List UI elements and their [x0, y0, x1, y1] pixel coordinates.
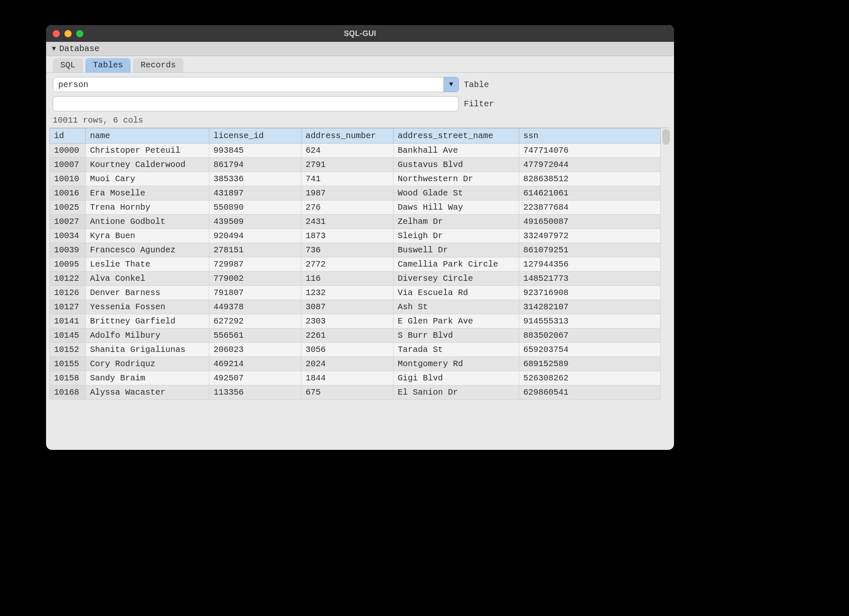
tab-tables[interactable]: Tables — [85, 58, 131, 72]
cell-id[interactable]: 10039 — [50, 243, 86, 257]
cell-id[interactable]: 10010 — [50, 172, 86, 186]
cell-address_street_name[interactable]: Gustavus Blvd — [394, 158, 519, 172]
cell-name[interactable]: Alyssa Wacaster — [86, 385, 209, 400]
disclosure-triangle-icon[interactable]: ▼ — [52, 46, 56, 52]
table-row[interactable]: 10158Sandy Braim4925071844Gigi Blvd52630… — [50, 371, 661, 385]
cell-name[interactable]: Sandy Braim — [86, 371, 209, 385]
cell-address_number[interactable]: 3056 — [301, 343, 394, 357]
table-row[interactable]: 10039Francesco Agundez278151736Buswell D… — [50, 243, 661, 257]
cell-license_id[interactable]: 206023 — [209, 343, 301, 357]
col-license-id[interactable]: license_id — [209, 128, 301, 144]
dropdown-button[interactable]: ▼ — [444, 77, 459, 92]
table-row[interactable]: 10126Denver Barness7918071232Via Escuela… — [50, 286, 661, 300]
cell-address_street_name[interactable]: Tarada St — [394, 343, 519, 357]
table-row[interactable]: 10034Kyra Buen9204941873Sleigh Dr3324979… — [50, 229, 661, 243]
cell-address_street_name[interactable]: Gigi Blvd — [394, 371, 519, 385]
cell-ssn[interactable]: 314282107 — [519, 300, 661, 314]
cell-name[interactable]: Kourtney Calderwood — [86, 158, 209, 172]
cell-name[interactable]: Yessenia Fossen — [86, 300, 209, 314]
tab-records[interactable]: Records — [133, 58, 183, 72]
cell-address_number[interactable]: 1232 — [301, 286, 394, 300]
table-row[interactable]: 10168Alyssa Wacaster113356675El Sanion D… — [50, 385, 661, 400]
cell-name[interactable]: Adolfo Milbury — [86, 329, 209, 343]
col-ssn[interactable]: ssn — [519, 128, 661, 144]
cell-ssn[interactable]: 747714076 — [519, 144, 661, 158]
cell-license_id[interactable]: 278151 — [209, 243, 301, 257]
cell-ssn[interactable]: 883502067 — [519, 329, 661, 343]
cell-id[interactable]: 10122 — [50, 272, 86, 286]
cell-license_id[interactable]: 449378 — [209, 300, 301, 314]
cell-id[interactable]: 10155 — [50, 357, 86, 371]
titlebar[interactable]: SQL-GUI — [46, 25, 674, 42]
cell-name[interactable]: Shanita Grigaliunas — [86, 343, 209, 357]
cell-license_id[interactable]: 431897 — [209, 186, 301, 200]
cell-address_number[interactable]: 116 — [301, 272, 394, 286]
cell-address_number[interactable]: 736 — [301, 243, 394, 257]
cell-id[interactable]: 10168 — [50, 385, 86, 400]
cell-ssn[interactable]: 526308262 — [519, 371, 661, 385]
cell-license_id[interactable]: 556561 — [209, 329, 301, 343]
cell-name[interactable]: Trena Hornby — [86, 200, 209, 215]
table-row[interactable]: 10095Leslie Thate7299872772Camellia Park… — [50, 257, 661, 272]
cell-id[interactable]: 10145 — [50, 329, 86, 343]
cell-address_street_name[interactable]: Zelham Dr — [394, 215, 519, 229]
table-row[interactable]: 10000Christoper Peteuil993845624Bankhall… — [50, 144, 661, 158]
cell-id[interactable]: 10000 — [50, 144, 86, 158]
cell-ssn[interactable]: 629860541 — [519, 385, 661, 400]
cell-address_street_name[interactable]: Ash St — [394, 300, 519, 314]
cell-id[interactable]: 10158 — [50, 371, 86, 385]
cell-address_street_name[interactable]: Daws Hill Way — [394, 200, 519, 215]
maximize-icon[interactable] — [76, 30, 83, 37]
col-address-street-name[interactable]: address_street_name — [394, 128, 519, 144]
cell-id[interactable]: 10016 — [50, 186, 86, 200]
cell-license_id[interactable]: 492507 — [209, 371, 301, 385]
cell-address_street_name[interactable]: El Sanion Dr — [394, 385, 519, 400]
database-header[interactable]: ▼ Database — [46, 42, 674, 56]
cell-name[interactable]: Kyra Buen — [86, 229, 209, 243]
tab-sql[interactable]: SQL — [53, 58, 83, 72]
cell-ssn[interactable]: 491650087 — [519, 215, 661, 229]
cell-address_number[interactable]: 741 — [301, 172, 394, 186]
cell-address_number[interactable]: 2024 — [301, 357, 394, 371]
cell-address_number[interactable]: 1844 — [301, 371, 394, 385]
cell-address_street_name[interactable]: Camellia Park Circle — [394, 257, 519, 272]
table-row[interactable]: 10141Brittney Garfield6272922303E Glen P… — [50, 314, 661, 329]
cell-license_id[interactable]: 729987 — [209, 257, 301, 272]
cell-license_id[interactable]: 861794 — [209, 158, 301, 172]
cell-name[interactable]: Antione Godbolt — [86, 215, 209, 229]
cell-address_number[interactable]: 1873 — [301, 229, 394, 243]
filter-input[interactable] — [53, 96, 459, 111]
cell-ssn[interactable]: 477972044 — [519, 158, 661, 172]
cell-id[interactable]: 10152 — [50, 343, 86, 357]
cell-address_number[interactable]: 3087 — [301, 300, 394, 314]
cell-name[interactable]: Leslie Thate — [86, 257, 209, 272]
cell-ssn[interactable]: 659203754 — [519, 343, 661, 357]
cell-address_number[interactable]: 2261 — [301, 329, 394, 343]
cell-name[interactable]: Alva Conkel — [86, 272, 209, 286]
minimize-icon[interactable] — [64, 30, 72, 37]
cell-name[interactable]: Cory Rodriquz — [86, 357, 209, 371]
cell-name[interactable]: Era Moselle — [86, 186, 209, 200]
cell-ssn[interactable]: 828638512 — [519, 172, 661, 186]
table-row[interactable]: 10016Era Moselle4318971987Wood Glade St6… — [50, 186, 661, 200]
cell-address_street_name[interactable]: Via Escuela Rd — [394, 286, 519, 300]
cell-address_street_name[interactable]: Northwestern Dr — [394, 172, 519, 186]
cell-id[interactable]: 10141 — [50, 314, 86, 329]
col-id[interactable]: id — [50, 128, 86, 144]
table-select[interactable]: ▼ — [53, 77, 459, 92]
cell-id[interactable]: 10025 — [50, 200, 86, 215]
cell-address_number[interactable]: 1987 — [301, 186, 394, 200]
cell-address_number[interactable]: 2772 — [301, 257, 394, 272]
table-row[interactable]: 10127Yessenia Fossen4493783087Ash St3142… — [50, 300, 661, 314]
cell-id[interactable]: 10095 — [50, 257, 86, 272]
cell-ssn[interactable]: 923716908 — [519, 286, 661, 300]
table-row[interactable]: 10010Muoi Cary385336741Northwestern Dr82… — [50, 172, 661, 186]
cell-address_street_name[interactable]: Buswell Dr — [394, 243, 519, 257]
cell-ssn[interactable]: 148521773 — [519, 272, 661, 286]
cell-id[interactable]: 10127 — [50, 300, 86, 314]
cell-address_number[interactable]: 2303 — [301, 314, 394, 329]
cell-license_id[interactable]: 439509 — [209, 215, 301, 229]
cell-id[interactable]: 10126 — [50, 286, 86, 300]
table-row[interactable]: 10152Shanita Grigaliunas2060233056Tarada… — [50, 343, 661, 357]
cell-license_id[interactable]: 550890 — [209, 200, 301, 215]
